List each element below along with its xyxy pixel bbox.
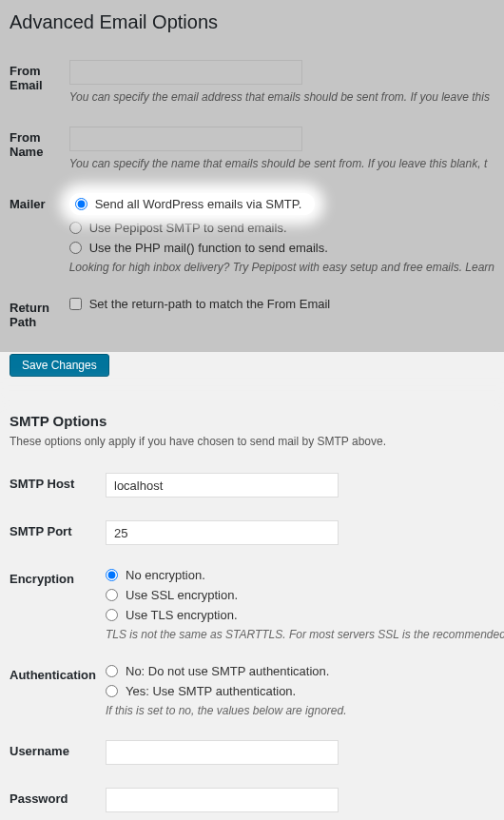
username-input[interactable] bbox=[106, 740, 339, 765]
auth-no-radio[interactable] bbox=[106, 665, 118, 677]
from-name-label: From Name bbox=[10, 117, 69, 184]
encryption-none-label: No encryption. bbox=[126, 568, 205, 582]
mailer-label: Mailer bbox=[10, 184, 69, 287]
smtp-port-input[interactable] bbox=[106, 520, 339, 545]
from-email-desc: You can specify the email address that e… bbox=[69, 90, 494, 104]
encryption-ssl-label: Use SSL encryption. bbox=[126, 588, 238, 602]
mailer-php-radio[interactable] bbox=[69, 242, 82, 254]
mailer-pepipost-label: Use Pepipost SMTP to send emails. bbox=[89, 221, 287, 235]
auth-desc: If this is set to no, the values below a… bbox=[106, 704, 504, 717]
save-button-top[interactable]: Save Changes bbox=[10, 354, 109, 377]
encryption-desc: TLS is not the same as STARTTLS. For mos… bbox=[106, 628, 504, 641]
auth-yes-label: Yes: Use SMTP authentication. bbox=[126, 684, 296, 698]
smtp-host-input[interactable] bbox=[106, 473, 339, 498]
page-title: Advanced Email Options bbox=[10, 0, 494, 33]
auth-label: Authentication bbox=[10, 654, 106, 731]
return-path-checkbox[interactable] bbox=[69, 298, 82, 310]
mailer-smtp-label: Send all WordPress emails via SMTP. bbox=[95, 197, 302, 211]
return-path-label: Return Path bbox=[10, 287, 69, 342]
from-name-input[interactable] bbox=[69, 127, 302, 151]
from-email-input[interactable] bbox=[69, 60, 302, 85]
mailer-desc: Looking for high inbox delivery? Try Pep… bbox=[69, 261, 494, 274]
auth-yes-radio[interactable] bbox=[106, 685, 118, 697]
encryption-tls-label: Use TLS encryption. bbox=[126, 608, 238, 622]
encryption-label: Encryption bbox=[10, 558, 106, 654]
mailer-smtp-radio[interactable] bbox=[75, 198, 87, 210]
encryption-none-radio[interactable] bbox=[106, 569, 118, 581]
username-label: Username bbox=[10, 731, 106, 778]
password-input[interactable] bbox=[106, 788, 339, 812]
mailer-php-label: Use the PHP mail() function to send emai… bbox=[89, 241, 328, 255]
smtp-port-label: SMTP Port bbox=[10, 511, 106, 558]
smtp-host-label: SMTP Host bbox=[10, 463, 106, 511]
encryption-tls-radio[interactable] bbox=[106, 609, 118, 621]
smtp-options-sub: These options only apply if you have cho… bbox=[10, 435, 494, 448]
encryption-ssl-radio[interactable] bbox=[106, 589, 118, 601]
from-email-label: From Email bbox=[10, 50, 69, 117]
smtp-options-heading: SMTP Options bbox=[10, 413, 494, 429]
password-label: Password bbox=[10, 778, 106, 820]
mailer-pepipost-radio[interactable] bbox=[69, 222, 82, 234]
return-path-text: Set the return-path to match the From Em… bbox=[89, 297, 331, 311]
auth-no-label: No: Do not use SMTP authentication. bbox=[126, 664, 329, 678]
from-name-desc: You can specify the name that emails sho… bbox=[69, 157, 494, 170]
